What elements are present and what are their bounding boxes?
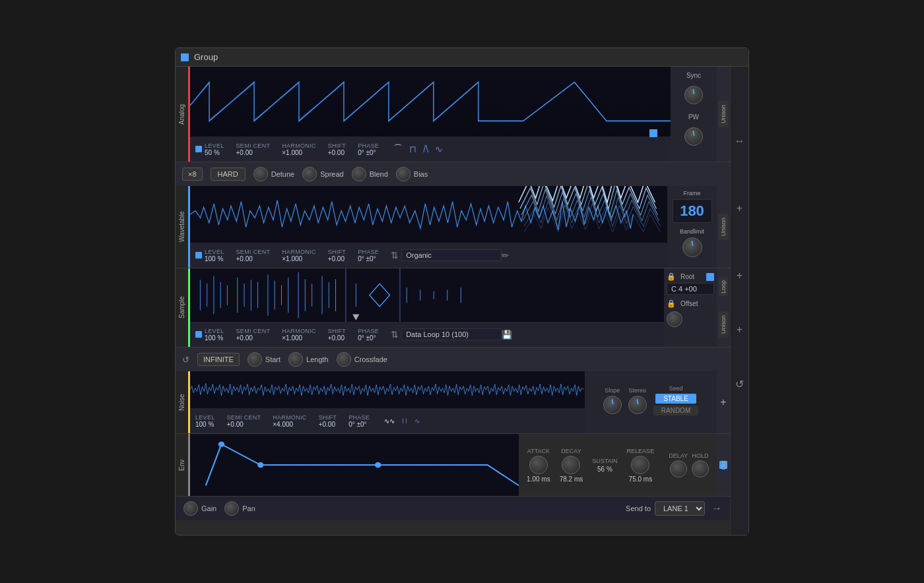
sample-phase-val[interactable]: 0° ±0° (358, 334, 379, 342)
noise-wf-btn3[interactable]: ∿ (412, 416, 422, 426)
wt-harmonic-val[interactable]: ×1.000 (282, 255, 315, 262)
sidebar-arrow-1[interactable]: ↔ (735, 135, 745, 147)
slope-stereo-row: Slope Stereo Seed STABLE RANDOM (603, 385, 698, 415)
attack-val[interactable]: 1.00 ms (527, 476, 550, 483)
pw-knob[interactable] (684, 127, 703, 146)
analog-unison-btn[interactable]: Unison (718, 101, 729, 127)
main-content: Analog (176, 67, 748, 535)
slope-knob[interactable] (603, 396, 622, 414)
sample-waveform[interactable] (190, 268, 664, 322)
infinite-select[interactable]: INFINITE (197, 353, 240, 366)
analog-level-val[interactable]: 50 % (205, 149, 224, 156)
noise-right-controls: Slope Stereo Seed STABLE RANDOM (585, 371, 717, 433)
analog-active-sq[interactable] (195, 146, 202, 152)
sample-updown-icon[interactable]: ⇅ (391, 329, 399, 340)
spread-label: Spread (320, 170, 343, 178)
frame-display[interactable]: 180 (673, 199, 712, 223)
noise-phase-group: PHASE 0° ±0° (348, 414, 370, 428)
sidebar-arrow-2[interactable]: + (737, 202, 742, 214)
offset-knob[interactable] (667, 311, 682, 327)
root-lock-icon[interactable]: 🔒 (667, 272, 676, 281)
blend-group: Blend (352, 167, 388, 181)
sample-save-icon[interactable]: 💾 (502, 330, 512, 340)
delay-knob[interactable] (670, 460, 687, 477)
detune-knob[interactable] (253, 167, 268, 181)
sync-knob[interactable] (684, 86, 703, 104)
bandlimit-knob[interactable] (682, 237, 702, 257)
pan-knob[interactable] (224, 501, 239, 516)
wt-edit-icon[interactable]: ✏ (502, 251, 509, 261)
sidebar-arrow-3[interactable]: + (737, 270, 742, 282)
analog-harmonic-val[interactable]: ×1.000 (282, 149, 315, 156)
release-val[interactable]: 75.0 ms (629, 476, 653, 483)
noise-shift-label: SHIFT (319, 414, 337, 421)
sample-level-val[interactable]: 100 % (205, 334, 224, 342)
wt-level-val[interactable]: 100 % (205, 255, 224, 262)
root-sq[interactable] (706, 273, 714, 281)
sample-data-field[interactable] (401, 328, 502, 340)
lane-select[interactable]: LANE 1 (655, 501, 705, 516)
wf-tri-btn[interactable]: /\ (420, 142, 431, 156)
analog-shift-val[interactable]: +0.00 (328, 149, 346, 156)
noise-level-val[interactable]: 100 % (195, 421, 215, 428)
blend-knob[interactable] (352, 167, 366, 181)
noise-wf-btn2[interactable]: ⌇⌇ (399, 416, 411, 426)
decay-knob[interactable] (562, 456, 580, 474)
wt-unison-btn[interactable]: Unison (718, 214, 729, 240)
loop-reload-icon[interactable]: ↺ (182, 355, 189, 365)
bias-knob[interactable] (396, 167, 411, 181)
sidebar-arrow-5[interactable]: ↺ (735, 378, 744, 390)
gain-knob[interactable] (183, 501, 198, 516)
noise-shift-val[interactable]: +0.00 (319, 421, 337, 428)
noise-harmonic-val[interactable]: ×4.000 (273, 421, 306, 428)
analog-unison-sq[interactable] (649, 129, 657, 137)
noise-waveform[interactable] (190, 371, 585, 408)
wavetable-waveform[interactable] (190, 186, 667, 243)
start-knob[interactable] (248, 352, 262, 367)
hard-select[interactable]: HARD (211, 168, 246, 181)
root-display[interactable]: C 4 +00 (667, 283, 714, 295)
wt-active-sq[interactable] (195, 252, 202, 259)
offset-lock-icon[interactable]: 🔒 (667, 299, 676, 308)
sample-semi-cent-val[interactable]: +0.00 (236, 334, 271, 342)
random-btn[interactable]: RANDOM (653, 406, 698, 415)
sustain-group: SUSTAIN 56 % (592, 458, 617, 473)
offset-label: Offset (680, 300, 698, 307)
noise-wf-btn1[interactable]: ∿∿ (381, 416, 397, 426)
stereo-knob[interactable] (628, 396, 647, 414)
attack-knob[interactable] (529, 456, 548, 474)
noise-plus-btn[interactable]: + (720, 394, 726, 411)
hold-knob[interactable] (692, 460, 709, 477)
sample-active-sq[interactable] (195, 331, 202, 338)
noise-semi-cent-val[interactable]: +0.00 (227, 421, 261, 428)
wt-params-row: LEVEL 100 % SEMI CENT +0.00 HARMONIC ×1.… (205, 243, 509, 268)
noise-phase-val[interactable]: 0° ±0° (348, 421, 370, 428)
sample-shift-val[interactable]: +0.00 (328, 334, 346, 342)
length-knob[interactable] (288, 352, 303, 367)
env-display[interactable] (190, 434, 519, 496)
decay-val[interactable]: 78.2 ms (560, 476, 583, 483)
title-bar: Group (176, 48, 748, 67)
analog-waveform[interactable] (190, 67, 671, 137)
sample-params-row: LEVEL 100 % SEMI CENT +0.00 HARMONIC ×1.… (205, 322, 512, 347)
x8-button[interactable]: ×8 (182, 168, 203, 181)
spread-knob[interactable] (302, 167, 317, 181)
wt-semi-cent-val[interactable]: +0.00 (236, 255, 271, 262)
sample-harmonic-val[interactable]: ×1.000 (282, 334, 315, 342)
sample-unison-btn[interactable]: Unison (718, 311, 729, 338)
wf-square-btn[interactable]: ⊓ (407, 142, 419, 156)
wf-saw-btn[interactable]: ⌒ (391, 142, 405, 156)
crossfade-knob[interactable] (337, 352, 351, 367)
analog-semi-cent-val[interactable]: +0.00 (236, 149, 271, 156)
stable-btn[interactable]: STABLE (655, 394, 696, 404)
sustain-val[interactable]: 56 % (597, 466, 612, 473)
wt-preset-field[interactable] (401, 249, 502, 261)
wt-shift-val[interactable]: +0.00 (328, 255, 346, 262)
title-square[interactable] (181, 53, 189, 61)
wt-updown-icon[interactable]: ⇅ (391, 250, 399, 261)
analog-phase-val[interactable]: 0° ±0° (358, 149, 379, 156)
wf-sine-btn[interactable]: ∿ (432, 142, 446, 156)
release-knob[interactable] (631, 456, 649, 474)
sidebar-arrow-4[interactable]: + (737, 324, 742, 336)
wt-phase-val[interactable]: 0° ±0° (358, 255, 379, 262)
